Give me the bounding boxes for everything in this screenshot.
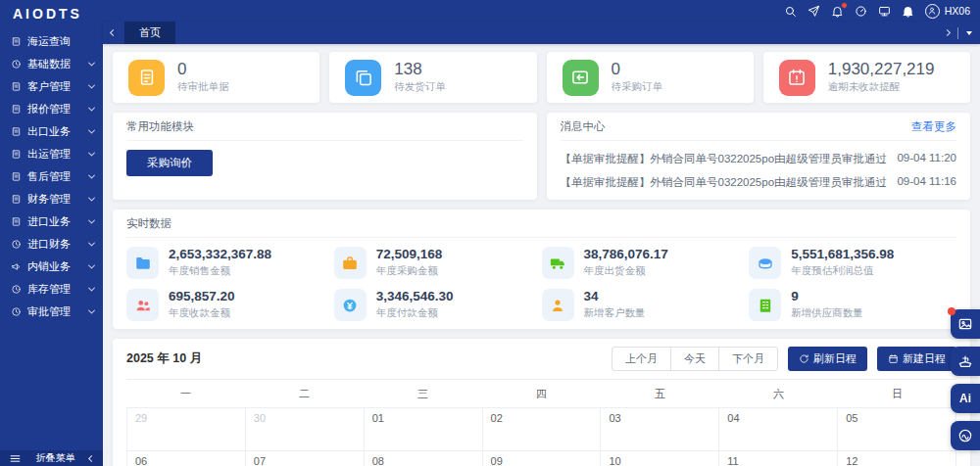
compass-icon bbox=[957, 428, 973, 443]
realtime-icon-box bbox=[749, 289, 781, 321]
floating-button-stack: Ai bbox=[951, 309, 980, 450]
float-button-ship[interactable] bbox=[951, 347, 980, 376]
hamburger-menu-icon[interactable] bbox=[9, 452, 22, 465]
tab-scroll-right-icon[interactable] bbox=[944, 29, 951, 36]
realtime-icon-box bbox=[542, 247, 574, 279]
sidebar-item-shipment-mgmt[interactable]: 出运管理 bbox=[0, 143, 103, 165]
calendar-day-cell[interactable]: 08 bbox=[365, 451, 483, 466]
realtime-icon-box bbox=[542, 289, 574, 321]
box-in-icon bbox=[570, 68, 590, 87]
realtime-label: 新增供应商数量 bbox=[791, 306, 863, 320]
sidebar-item-customer-mgmt[interactable]: 客户管理 bbox=[0, 75, 103, 98]
sidebar-item-finance-mgmt[interactable]: 财务管理 bbox=[0, 188, 103, 210]
sidebar-item-export-business[interactable]: 出口业务 bbox=[0, 120, 103, 143]
refresh-icon bbox=[799, 353, 809, 364]
calendar-day-cell[interactable]: 04 bbox=[719, 408, 838, 451]
realtime-value: 72,509,168 bbox=[376, 248, 443, 262]
calendar-day-cell[interactable]: 02 bbox=[483, 408, 602, 451]
search-icon[interactable] bbox=[784, 5, 797, 18]
calendar-day-cell[interactable]: 01 bbox=[365, 408, 483, 451]
users-icon bbox=[134, 297, 152, 314]
stat-card[interactable]: 1,930,227,219逾期未收款提醒 bbox=[763, 52, 970, 103]
float-button-gallery[interactable] bbox=[951, 309, 980, 339]
stat-card[interactable]: 138待发货订单 bbox=[329, 52, 536, 103]
purchase-inquiry-button[interactable]: 采购询价 bbox=[126, 150, 213, 176]
doc-icon bbox=[11, 81, 22, 92]
weekday-label: 六 bbox=[719, 387, 838, 401]
sidebar-item-inventory-mgmt[interactable]: 库存管理 bbox=[0, 278, 103, 301]
calendar-nav-button[interactable]: 上个月 bbox=[612, 347, 671, 371]
calendar-day-cell[interactable]: 30 bbox=[246, 408, 365, 451]
dashboard-content: 0待审批单据138待发货订单0待采购订单1,930,227,219逾期未收款提醒… bbox=[103, 44, 980, 466]
calendar-mini-icon bbox=[888, 353, 899, 364]
sidebar-item-aftersale-mgmt[interactable]: 售后管理 bbox=[0, 165, 103, 188]
calendar-day-cell[interactable]: 07 bbox=[246, 451, 365, 466]
refresh-schedule-button[interactable]: 刷新日程 bbox=[788, 347, 867, 371]
tab-dropdown-icon[interactable] bbox=[966, 31, 972, 35]
calendar-day-cell[interactable]: 11 bbox=[719, 451, 838, 466]
collapse-menu-label[interactable]: 折叠菜单 bbox=[36, 451, 75, 465]
calendar-day-cell[interactable]: 10 bbox=[601, 451, 719, 466]
notification-bell-icon[interactable] bbox=[831, 5, 844, 18]
chevron-down-icon bbox=[88, 105, 95, 112]
realtime-icon-box bbox=[126, 289, 159, 321]
sidebar-item-domestic-business[interactable]: 内销业务 bbox=[0, 256, 103, 278]
user-menu[interactable] bbox=[925, 4, 940, 19]
send-icon[interactable] bbox=[808, 5, 820, 18]
realtime-text: 5,551,681,356.98年度预估利润总值 bbox=[791, 248, 894, 278]
sidebar-item-basic-data[interactable]: 基础数据 bbox=[0, 53, 103, 75]
stat-card[interactable]: 0待采购订单 bbox=[547, 52, 754, 103]
stat-card[interactable]: 0待审批单据 bbox=[113, 52, 319, 103]
float-badge bbox=[948, 307, 956, 315]
sidebar-item-label: 进口财务 bbox=[27, 237, 83, 252]
realtime-value: 34 bbox=[584, 290, 646, 304]
doc-icon bbox=[11, 194, 22, 205]
calendar-day-cell[interactable]: 06 bbox=[127, 451, 246, 466]
sidebar-item-import-business[interactable]: 进口业务 bbox=[0, 210, 103, 233]
coins-icon bbox=[757, 255, 774, 272]
tab-bar-right bbox=[945, 27, 972, 39]
stat-card-label: 待采购订单 bbox=[612, 80, 663, 94]
stat-card-value: 1,930,227,219 bbox=[828, 61, 935, 78]
sidebar-item-label: 海运查询 bbox=[27, 34, 94, 49]
message-item[interactable]: 【单据审批提醒】外销合同单号0322025po由超级管理员审批通过09-04 1… bbox=[561, 175, 957, 190]
message-item[interactable]: 【单据审批提醒】外销合同单号0322025po由超级管理员审批通过09-04 1… bbox=[561, 152, 957, 166]
doc-icon bbox=[11, 171, 22, 182]
realtime-value: 2,653,332,367.88 bbox=[169, 248, 271, 262]
realtime-label: 年度销售金额 bbox=[169, 264, 271, 278]
float-button-assistant[interactable] bbox=[951, 421, 980, 450]
screen-icon[interactable] bbox=[878, 5, 891, 18]
stat-card-label: 待发货订单 bbox=[394, 80, 446, 94]
sidebar-item-import-finance[interactable]: 进口财务 bbox=[0, 233, 103, 256]
dashboard-icon bbox=[855, 5, 867, 18]
message-center-title: 消息中心 bbox=[561, 119, 606, 134]
tab-bar: 首页 bbox=[103, 22, 980, 44]
dashboard-icon[interactable] bbox=[855, 5, 867, 18]
sidebar-item-approval-mgmt[interactable]: 审批管理 bbox=[0, 301, 103, 323]
collapse-chevron-icon[interactable] bbox=[88, 454, 95, 461]
sidebar-item-label: 报价管理 bbox=[27, 102, 83, 116]
tab-home[interactable]: 首页 bbox=[124, 22, 175, 44]
calendar-day-cell[interactable]: 12 bbox=[838, 451, 956, 466]
calendar-nav-button[interactable]: 下个月 bbox=[718, 347, 778, 371]
sidebar-item-sea-freight-query[interactable]: 海运查询 bbox=[0, 30, 103, 53]
calendar-nav-button[interactable]: 今天 bbox=[670, 347, 719, 371]
calendar-day-cell[interactable]: 09 bbox=[483, 451, 602, 466]
folder-icon bbox=[134, 255, 152, 272]
message-text: 【单据审批提醒】外销合同单号0322025po由超级管理员审批通过 bbox=[561, 175, 888, 190]
calendar-day-cell[interactable]: 05 bbox=[838, 408, 956, 451]
sidebar-item-quote-mgmt[interactable]: 报价管理 bbox=[0, 98, 103, 120]
view-more-link[interactable]: 查看更多 bbox=[911, 119, 956, 134]
calendar-day-cell[interactable]: 29 bbox=[127, 408, 246, 451]
calendar-day-cell[interactable]: 03 bbox=[601, 408, 719, 451]
new-schedule-button[interactable]: 新建日程 bbox=[877, 347, 956, 371]
realtime-text: 3,346,546.30年度付款金额 bbox=[376, 290, 454, 320]
chevron-down-icon bbox=[88, 285, 95, 292]
message-time: 09-04 11:16 bbox=[897, 175, 956, 190]
stat-card-icon-box bbox=[563, 60, 599, 96]
calendar-alert-icon bbox=[787, 68, 807, 87]
realtime-icon-box bbox=[334, 289, 367, 321]
realtime-label: 年度收款金额 bbox=[169, 306, 235, 320]
bell-icon[interactable] bbox=[902, 5, 914, 18]
float-button-ai[interactable]: Ai bbox=[951, 384, 980, 413]
